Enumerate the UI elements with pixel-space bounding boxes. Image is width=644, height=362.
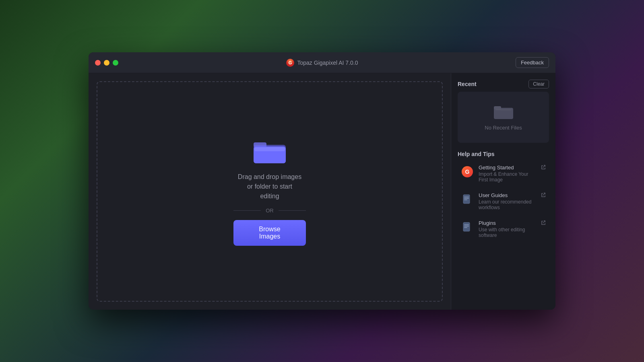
user-guides-title: User Guides — [479, 192, 536, 198]
clear-button[interactable]: Clear — [528, 80, 549, 88]
or-line-right — [279, 210, 306, 211]
svg-rect-14 — [464, 224, 469, 225]
svg-rect-11 — [464, 198, 469, 199]
traffic-lights — [95, 60, 118, 66]
user-guides-icon — [461, 193, 474, 206]
help-section: Help and Tips G Getting Started Import &… — [458, 151, 549, 242]
document-icon — [462, 194, 473, 205]
plugins-title: Plugins — [479, 220, 536, 226]
or-line-left — [233, 210, 261, 211]
user-guides-external-icon — [541, 192, 546, 198]
content-area: Drag and drop images or folder to start … — [89, 73, 555, 310]
svg-rect-13 — [463, 222, 470, 231]
plugins-document-icon — [462, 222, 473, 233]
svg-rect-9 — [463, 195, 470, 204]
sidebar: Recent Clear No Recent Files Help and — [451, 73, 555, 310]
feedback-button[interactable]: Feedback — [516, 57, 549, 68]
browse-images-button[interactable]: Browse Images — [233, 220, 306, 246]
svg-rect-8 — [495, 109, 512, 110]
maximize-button[interactable] — [113, 60, 118, 66]
giga-logo-icon: G — [462, 166, 473, 177]
help-item-getting-started[interactable]: G Getting Started Import & Enhance Your … — [458, 160, 549, 187]
plugins-icon — [461, 221, 474, 234]
minimize-button[interactable] — [104, 60, 109, 66]
app-title: Topaz Gigapixel AI 7.0.0 — [297, 60, 358, 66]
svg-rect-15 — [464, 226, 469, 227]
plugins-desc: Use with other editing software — [479, 227, 536, 238]
svg-rect-16 — [464, 227, 467, 228]
svg-rect-12 — [464, 200, 467, 200]
svg-rect-10 — [464, 197, 469, 197]
getting-started-desc: Import & Enhance Your First Image — [479, 171, 536, 183]
help-title: Help and Tips — [458, 151, 549, 157]
app-logo-icon: G — [286, 59, 294, 67]
svg-rect-5 — [254, 147, 285, 151]
recent-header: Recent Clear — [458, 80, 549, 88]
user-guides-text: User Guides Learn our recommended workfl… — [479, 192, 536, 210]
app-title-container: G Topaz Gigapixel AI 7.0.0 — [286, 59, 358, 67]
titlebar: G Topaz Gigapixel AI 7.0.0 Feedback — [89, 52, 555, 73]
svg-text:G: G — [288, 60, 292, 65]
or-divider: OR — [233, 208, 306, 214]
help-item-user-guides[interactable]: User Guides Learn our recommended workfl… — [458, 188, 549, 214]
plugins-external-icon — [541, 220, 546, 226]
drag-drop-text: Drag and drop images or folder to start … — [238, 172, 301, 201]
main-window: G Topaz Gigapixel AI 7.0.0 Feedback — [89, 52, 555, 310]
getting-started-title: Getting Started — [479, 165, 536, 171]
folder-icon — [254, 138, 286, 166]
help-items-list: G Getting Started Import & Enhance Your … — [458, 160, 549, 242]
close-button[interactable] — [95, 60, 101, 66]
getting-started-external-icon — [541, 165, 546, 171]
getting-started-icon: G — [461, 165, 474, 178]
or-text: OR — [266, 208, 274, 214]
help-item-plugins[interactable]: Plugins Use with other editing software — [458, 216, 549, 242]
dropzone-inner: Drag and drop images or folder to start … — [97, 81, 443, 302]
dropzone[interactable]: Drag and drop images or folder to start … — [89, 73, 451, 310]
recent-empty-state: No Recent Files — [458, 92, 549, 143]
recent-title: Recent — [458, 81, 477, 87]
empty-folder-icon — [494, 104, 513, 121]
no-recent-text: No Recent Files — [485, 125, 522, 131]
getting-started-text: Getting Started Import & Enhance Your Fi… — [479, 165, 536, 183]
user-guides-desc: Learn our recommended workflows — [479, 199, 536, 210]
svg-rect-7 — [494, 106, 501, 109]
plugins-text: Plugins Use with other editing software — [479, 220, 536, 238]
recent-section: Recent Clear No Recent Files — [458, 80, 549, 143]
